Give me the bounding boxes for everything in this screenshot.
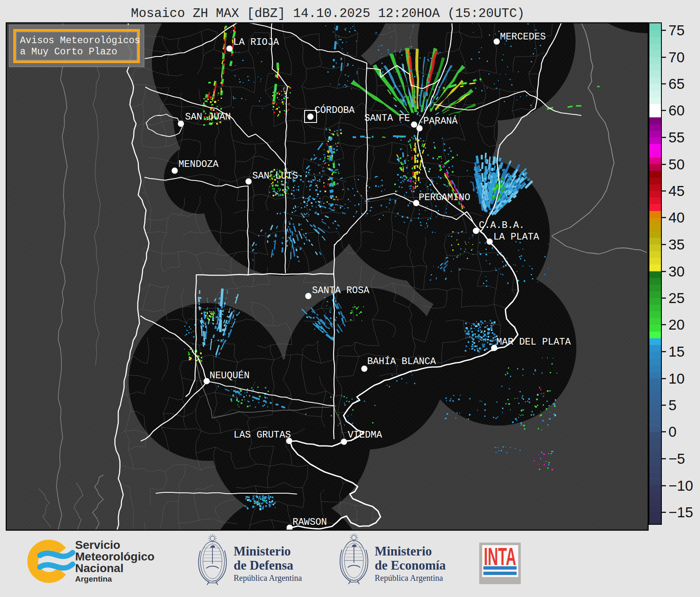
svg-text:45: 45 bbox=[668, 183, 685, 199]
svg-text:Meteorológico: Meteorológico bbox=[75, 550, 154, 563]
svg-text:de Economía: de Economía bbox=[375, 558, 446, 573]
svg-text:10: 10 bbox=[668, 370, 685, 387]
svg-text:LAS GRUTAS: LAS GRUTAS bbox=[234, 430, 291, 440]
svg-text:a Muy Corto Plazo: a Muy Corto Plazo bbox=[20, 46, 117, 57]
svg-text:SAN JUAN: SAN JUAN bbox=[185, 112, 231, 122]
svg-text:República Argentina: República Argentina bbox=[375, 573, 443, 583]
svg-text:VIEDMA: VIEDMA bbox=[348, 430, 382, 440]
svg-text:Mosaico ZH MAX [dBZ] 14.10.202: Mosaico ZH MAX [dBZ] 14.10.2025 12:20HOA… bbox=[131, 6, 525, 21]
svg-text:60: 60 bbox=[668, 102, 685, 118]
svg-text:55: 55 bbox=[668, 129, 685, 145]
svg-text:CÓRDOBA: CÓRDOBA bbox=[315, 104, 355, 116]
svg-text:75: 75 bbox=[668, 22, 685, 38]
svg-text:LA PLATA: LA PLATA bbox=[493, 232, 539, 242]
svg-text:−5: −5 bbox=[668, 450, 685, 467]
svg-text:25: 25 bbox=[668, 290, 685, 306]
svg-text:30: 30 bbox=[668, 263, 685, 279]
svg-text:0: 0 bbox=[668, 423, 676, 440]
svg-text:Servicio: Servicio bbox=[75, 538, 120, 551]
svg-text:PERGAMINO: PERGAMINO bbox=[419, 192, 470, 203]
svg-text:Ministerio: Ministerio bbox=[375, 544, 432, 558]
svg-text:RAWSON: RAWSON bbox=[293, 517, 327, 528]
svg-text:INTA: INTA bbox=[484, 543, 516, 570]
svg-text:Avisos Meteorológicos: Avisos Meteorológicos bbox=[20, 35, 140, 46]
svg-text:LA RIOJA: LA RIOJA bbox=[233, 37, 279, 48]
svg-text:SAN LUIS: SAN LUIS bbox=[252, 171, 298, 181]
svg-text:MENDOZA: MENDOZA bbox=[178, 159, 219, 170]
svg-text:BAHÍA BLANCA: BAHÍA BLANCA bbox=[367, 356, 436, 367]
svg-text:40: 40 bbox=[668, 209, 685, 225]
svg-text:5: 5 bbox=[668, 397, 676, 413]
svg-text:NEUQUÉN: NEUQUÉN bbox=[210, 370, 250, 381]
svg-text:35: 35 bbox=[668, 236, 685, 252]
svg-text:20: 20 bbox=[668, 316, 685, 333]
svg-text:Nacional: Nacional bbox=[75, 562, 124, 575]
svg-text:PARANÁ: PARANÁ bbox=[423, 115, 458, 127]
svg-text:50: 50 bbox=[668, 156, 685, 172]
svg-text:C.A.B.A.: C.A.B.A. bbox=[479, 220, 524, 231]
svg-text:65: 65 bbox=[668, 76, 685, 92]
svg-text:República Argentina: República Argentina bbox=[234, 573, 302, 583]
svg-text:MAR DEL PLATA: MAR DEL PLATA bbox=[496, 337, 571, 347]
svg-text:Argentina: Argentina bbox=[75, 575, 112, 583]
svg-text:−15: −15 bbox=[668, 504, 693, 520]
svg-text:Ministerio: Ministerio bbox=[234, 544, 291, 558]
svg-text:15: 15 bbox=[668, 343, 685, 360]
svg-text:de Defensa: de Defensa bbox=[234, 558, 293, 573]
svg-text:70: 70 bbox=[668, 49, 685, 65]
svg-text:SANTA FE: SANTA FE bbox=[364, 113, 410, 124]
svg-text:MERCEDES: MERCEDES bbox=[500, 32, 546, 42]
svg-text:−10: −10 bbox=[668, 477, 693, 494]
svg-text:SANTA ROSA: SANTA ROSA bbox=[312, 285, 369, 296]
